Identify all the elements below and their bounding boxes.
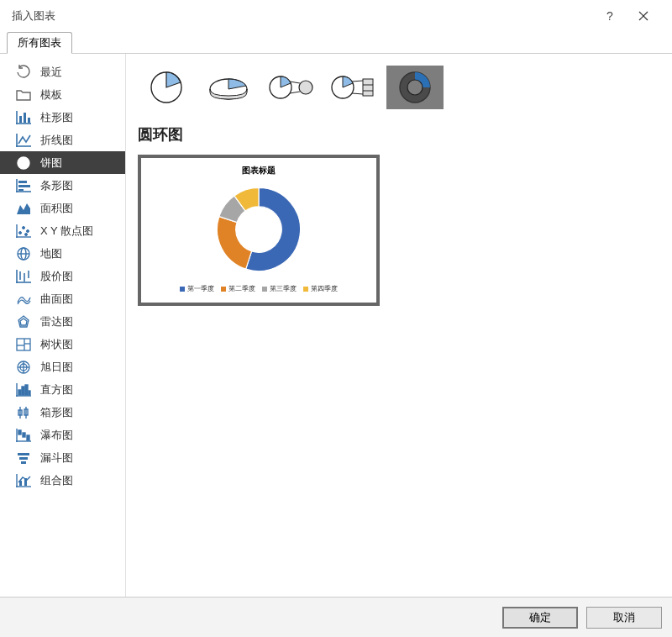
- sidebar-item-bar[interactable]: 条形图: [0, 174, 125, 197]
- svg-rect-47: [29, 391, 30, 395]
- svg-point-20: [19, 231, 22, 234]
- svg-point-77: [407, 80, 423, 95]
- svg-rect-44: [18, 390, 21, 395]
- chart-legend: 第一季度第二季度第三季度第四季度: [150, 284, 368, 293]
- sidebar-item-label: 曲面图: [40, 292, 125, 307]
- sidebar-item-template[interactable]: 模板: [0, 83, 125, 106]
- sidebar-item-funnel[interactable]: 漏斗图: [0, 446, 125, 469]
- recent-icon: [15, 64, 32, 81]
- stock-chart-icon: [15, 268, 32, 285]
- window-title: 插入图表: [12, 8, 593, 24]
- svg-rect-16: [18, 189, 24, 191]
- box-plot-icon: [15, 404, 32, 421]
- column-chart-icon: [15, 109, 32, 126]
- sidebar-item-column[interactable]: 柱形图: [0, 106, 125, 129]
- sidebar-item-waterfall[interactable]: 瀑布图: [0, 424, 125, 446]
- svg-rect-54: [18, 430, 21, 434]
- legend-item: 第四季度: [303, 284, 338, 293]
- sidebar-item-label: 漏斗图: [40, 450, 125, 466]
- surface-chart-icon: [15, 291, 32, 308]
- ok-button[interactable]: 确定: [502, 607, 578, 629]
- legend-item: 第二季度: [221, 284, 255, 293]
- waterfall-icon: [15, 427, 32, 444]
- svg-rect-15: [18, 185, 30, 187]
- sidebar-item-pie[interactable]: 饼图: [0, 151, 125, 174]
- subtype-3d-pie[interactable]: [200, 66, 257, 109]
- histogram-icon: [15, 382, 32, 398]
- svg-marker-17: [17, 203, 30, 214]
- svg-rect-34: [17, 339, 30, 350]
- preview-chart-title: 图表标题: [150, 165, 368, 176]
- sidebar-item-stock[interactable]: 股价图: [0, 265, 125, 287]
- svg-line-75: [352, 93, 363, 94]
- dialog-footer: 确定 取消: [0, 597, 672, 637]
- sidebar-item-box[interactable]: 箱形图: [0, 401, 125, 424]
- sidebar-item-radar[interactable]: 雷达图: [0, 310, 125, 333]
- svg-line-69: [290, 92, 300, 93]
- sidebar-item-sunburst[interactable]: 旭日图: [0, 355, 125, 378]
- scatter-chart-icon: [15, 223, 32, 240]
- sidebar-item-tree[interactable]: 树状图: [0, 333, 125, 355]
- sidebar-item-label: 瀑布图: [40, 428, 125, 443]
- map-icon: [15, 245, 32, 262]
- sidebar-item-label: 雷达图: [40, 314, 125, 329]
- sidebar-item-line[interactable]: 折线图: [0, 129, 125, 151]
- svg-rect-4: [19, 116, 22, 123]
- svg-point-21: [23, 226, 25, 229]
- svg-point-22: [27, 229, 29, 232]
- sidebar-item-recent[interactable]: 最近: [0, 61, 125, 83]
- chart-category-sidebar: 最近 模板 柱形图 折线图 饼图: [0, 54, 126, 597]
- subtype-bar-of-pie[interactable]: [324, 66, 381, 109]
- sidebar-item-histogram[interactable]: 直方图: [0, 378, 125, 401]
- close-button[interactable]: [627, 0, 660, 32]
- line-chart-icon: [15, 132, 32, 149]
- pie-subtype-row: [138, 66, 660, 109]
- chart-preview[interactable]: 图表标题 第一季度第二季度第三季度第四季度: [138, 155, 380, 306]
- sidebar-item-label: 股价图: [40, 269, 125, 284]
- svg-rect-14: [18, 181, 27, 183]
- svg-marker-33: [20, 318, 27, 325]
- svg-rect-5: [24, 113, 26, 123]
- svg-rect-57: [18, 453, 29, 455]
- svg-rect-46: [25, 385, 28, 395]
- donut-chart: [150, 180, 368, 279]
- svg-rect-59: [21, 461, 26, 464]
- subtype-doughnut[interactable]: [386, 66, 444, 109]
- cancel-button[interactable]: 取消: [586, 607, 662, 629]
- area-chart-icon: [15, 200, 32, 217]
- subtype-pie[interactable]: [138, 66, 195, 109]
- legend-item: 第一季度: [180, 284, 214, 293]
- sidebar-item-label: 模板: [40, 87, 125, 103]
- legend-item: 第三季度: [262, 284, 297, 293]
- sidebar-item-label: 柱形图: [40, 110, 125, 125]
- sidebar-item-label: 树状图: [40, 337, 125, 352]
- svg-point-67: [299, 81, 312, 94]
- titlebar: 插入图表 ?: [0, 0, 672, 32]
- svg-line-68: [290, 82, 300, 83]
- sidebar-item-map[interactable]: 地图: [0, 242, 125, 265]
- sidebar-item-label: 组合图: [40, 473, 125, 488]
- sidebar-item-label: 条形图: [40, 178, 125, 193]
- subtype-pie-of-pie[interactable]: [262, 66, 319, 109]
- tab-strip: 所有图表: [0, 32, 672, 54]
- svg-point-23: [25, 233, 28, 235]
- folder-icon: [15, 87, 32, 103]
- sunburst-icon: [15, 359, 32, 376]
- sidebar-item-label: X Y 散点图: [40, 224, 125, 239]
- help-button[interactable]: ?: [593, 0, 627, 32]
- pie-chart-icon: [15, 155, 32, 171]
- funnel-icon: [15, 450, 32, 466]
- treemap-icon: [15, 336, 32, 353]
- sidebar-item-label: 箱形图: [40, 405, 125, 420]
- tab-all-charts[interactable]: 所有图表: [7, 32, 72, 54]
- sidebar-item-area[interactable]: 面积图: [0, 197, 125, 219]
- section-title: 圆环图: [138, 124, 660, 145]
- sidebar-item-surface[interactable]: 曲面图: [0, 287, 125, 310]
- main-panel: 圆环图 图表标题 第一季度第二季度第三季度第四季度: [126, 54, 672, 597]
- sidebar-item-label: 最近: [40, 65, 125, 80]
- svg-rect-56: [27, 435, 29, 440]
- sidebar-item-combo[interactable]: 组合图: [0, 469, 125, 492]
- svg-rect-45: [22, 387, 24, 395]
- combo-chart-icon: [15, 472, 32, 489]
- sidebar-item-scatter[interactable]: X Y 散点图: [0, 219, 125, 242]
